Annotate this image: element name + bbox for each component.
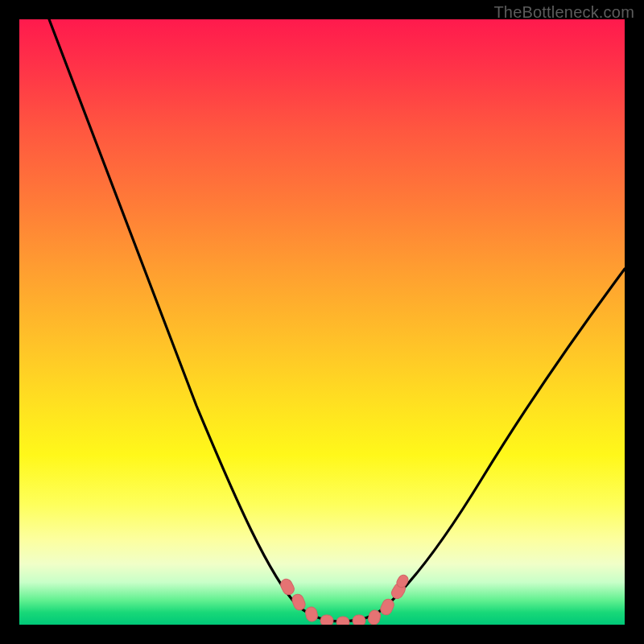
svg-rect-4 — [336, 617, 349, 625]
svg-rect-5 — [353, 615, 365, 625]
chart-frame: TheBottleneck.com — [0, 0, 644, 644]
chart-svg — [19, 19, 625, 625]
svg-rect-1 — [291, 592, 307, 612]
plot-area — [19, 19, 625, 625]
optimal-markers — [279, 573, 410, 625]
svg-rect-2 — [304, 606, 318, 623]
bottleneck-curve — [49, 19, 625, 621]
svg-rect-3 — [320, 615, 333, 625]
svg-rect-0 — [279, 577, 296, 597]
